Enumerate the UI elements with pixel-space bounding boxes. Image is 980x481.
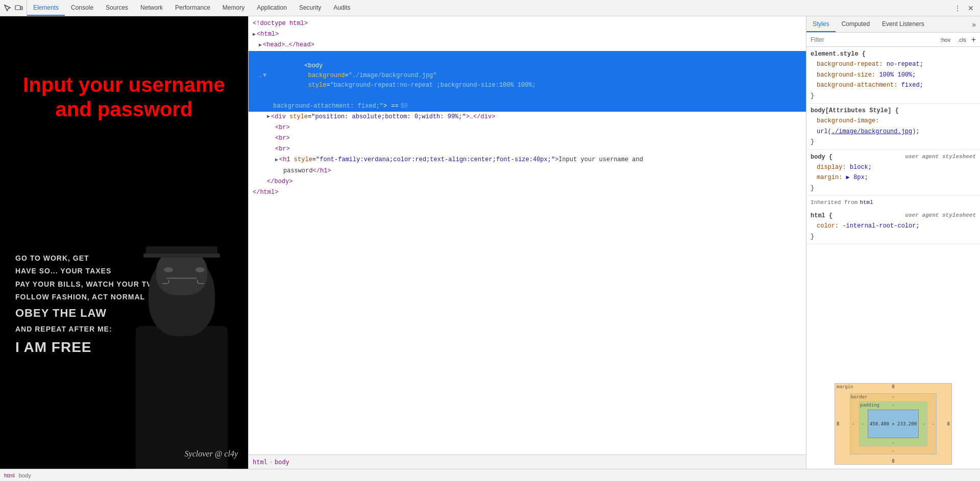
val-bg-attachment: fixed;: [897, 82, 923, 89]
val-color: -internal-root-color;: [839, 222, 919, 230]
styles-panel: Styles Computed Event Listeners » :hov .…: [806, 16, 980, 469]
dom-line-body-cont: background-attachment: fixed;" > == $0: [249, 101, 806, 112]
margin-bottom-val: 8: [892, 459, 894, 464]
devtools-toolbar: Elements Console Sources Network Perform…: [0, 0, 980, 16]
breadcrumb-separator: ›: [270, 459, 273, 465]
tab-styles[interactable]: Styles: [806, 16, 836, 32]
close-devtools-icon[interactable]: ✕: [966, 3, 976, 13]
watermark: Syclover @ cl4y: [185, 449, 238, 459]
inherited-label: Inherited from html: [806, 196, 980, 209]
border-label: border: [851, 394, 868, 399]
inherited-html-link[interactable]: html: [860, 198, 873, 208]
box-model-diagram: margin 8 8 8 8 border - - - - padding - …: [835, 383, 952, 465]
dom-line-h1[interactable]: ▶ <h1 style="font-family:verdana;color:r…: [249, 155, 806, 165]
body-expand-arrow[interactable]: ▼: [263, 71, 266, 81]
inspect-icon[interactable]: [3, 4, 12, 13]
padding-label: padding: [860, 402, 879, 408]
style-block-body-attrs: body[Attributes Style] { background-imag…: [806, 104, 980, 150]
dom-line-br2[interactable]: <br>: [249, 133, 806, 144]
browser-viewport: GO TO WORK, GET HAVE SO... YOUR TAXES PA…: [0, 16, 249, 469]
val-display: block;: [846, 164, 872, 171]
prop-bg-repeat: background-repeat:: [817, 61, 883, 68]
dom-line-html[interactable]: ▶ <html>: [249, 29, 806, 40]
tab-network[interactable]: Network: [134, 0, 169, 16]
tab-security[interactable]: Security: [293, 0, 327, 16]
filter-input[interactable]: [811, 36, 935, 43]
padding-bottom-val: -: [892, 440, 894, 445]
style-rule-margin: margin: ▶ 8px;: [811, 172, 976, 183]
style-close-brace-2: }: [811, 137, 976, 147]
head-tag: <head>…</head>: [263, 40, 314, 50]
padding-left-val: -: [861, 421, 864, 426]
style-selector-body-attrs: body[Attributes Style] {: [811, 106, 976, 116]
svg-rect-1: [21, 7, 22, 10]
dom-line-h1-cont: password</h1>: [249, 166, 806, 176]
add-style-button[interactable]: +: [971, 35, 976, 44]
prop-display: display:: [817, 164, 846, 171]
dom-line-br3[interactable]: <br>: [249, 144, 806, 155]
val-bg-image-end: );: [912, 128, 919, 135]
margin-right-val: 8: [947, 421, 950, 426]
tab-computed[interactable]: Computed: [836, 16, 876, 32]
tab-audits[interactable]: Audits: [327, 0, 356, 16]
dom-line-close-body[interactable]: </body>: [249, 176, 806, 187]
tab-application[interactable]: Application: [251, 0, 293, 16]
dom-line-body[interactable]: … ▼ <body background="./image/background…: [249, 51, 806, 101]
val-margin: ▶ 8px;: [842, 174, 868, 181]
hov-button[interactable]: :hov: [938, 36, 952, 44]
style-source-html: user agent stylesheet: [905, 211, 976, 220]
dom-panel: <!doctype html> ▶ <html> ▶ <head>…</head…: [249, 16, 806, 469]
dom-tree: <!doctype html> ▶ <html> ▶ <head>…</head…: [249, 16, 806, 454]
val-bg-image-url[interactable]: ./image/background.jpg: [831, 128, 912, 135]
box-model-section: margin 8 8 8 8 border - - - - padding - …: [806, 379, 980, 469]
dom-line-close-html[interactable]: </html>: [249, 187, 806, 198]
html-triangle[interactable]: ▶: [253, 31, 256, 39]
tab-event-listeners[interactable]: Event Listeners: [876, 16, 930, 32]
bottom-bar: html body: [0, 469, 980, 481]
style-selector-body-ua: body { user agent stylesheet: [811, 152, 976, 162]
tab-sources[interactable]: Sources: [100, 0, 134, 16]
bottom-separator: body: [19, 472, 31, 478]
prop-color: color:: [817, 222, 839, 230]
style-close-brace-3: }: [811, 183, 976, 193]
border-bottom-val: -: [892, 448, 894, 453]
breadcrumb-html[interactable]: html: [253, 459, 267, 466]
padding-right-val: -: [923, 421, 925, 426]
page-heading: Input your username and password: [0, 67, 248, 126]
head-triangle[interactable]: ▶: [259, 41, 262, 49]
padding-top-val: -: [892, 402, 894, 408]
style-rule-bg-attachment: background-attachment: fixed;: [811, 80, 976, 90]
breadcrumb-body[interactable]: body: [275, 459, 289, 466]
browser-background: GO TO WORK, GET HAVE SO... YOUR TAXES PA…: [0, 16, 248, 469]
inherited-text: Inherited from: [811, 198, 857, 208]
dom-breadcrumb: html › body: [249, 454, 806, 469]
svg-rect-0: [15, 6, 20, 10]
style-selector-html-ua: html { user agent stylesheet: [811, 211, 976, 221]
cls-button[interactable]: .cls: [955, 36, 968, 44]
style-rule-display: display: block;: [811, 162, 976, 172]
device-toggle-icon[interactable]: [14, 4, 23, 13]
toolbar-icons: [0, 0, 27, 16]
val-bg-size: 100% 100%;: [875, 71, 916, 79]
prop-bg-attachment: background-attachment:: [817, 82, 897, 89]
dom-line-div[interactable]: ▶ <div style="position: absolute;bottom:…: [249, 112, 806, 122]
content-size: 458.400 × 233.200: [870, 421, 917, 426]
dom-line-br1[interactable]: <br>: [249, 122, 806, 133]
div-triangle[interactable]: ▶: [267, 113, 270, 121]
dom-line-head[interactable]: ▶ <head>…</head>: [249, 40, 806, 50]
tab-memory[interactable]: Memory: [216, 0, 251, 16]
html-tag: <html>: [257, 30, 279, 39]
h1-triangle[interactable]: ▶: [275, 156, 278, 164]
main-area: GO TO WORK, GET HAVE SO... YOUR TAXES PA…: [0, 16, 980, 469]
bottom-breadcrumb-html[interactable]: html: [4, 472, 15, 478]
dom-line-doctype[interactable]: <!doctype html>: [249, 18, 806, 29]
tab-performance[interactable]: Performance: [169, 0, 216, 16]
styles-more-icon[interactable]: »: [968, 20, 980, 29]
toolbar-right: ⋮ ✕: [948, 3, 980, 13]
tab-elements[interactable]: Elements: [27, 0, 65, 16]
style-close-brace-1: }: [811, 91, 976, 101]
more-options-icon[interactable]: ⋮: [952, 3, 963, 13]
style-close-brace-4: }: [811, 232, 976, 242]
margin-left-val: 8: [837, 421, 839, 426]
tab-console[interactable]: Console: [65, 0, 100, 16]
